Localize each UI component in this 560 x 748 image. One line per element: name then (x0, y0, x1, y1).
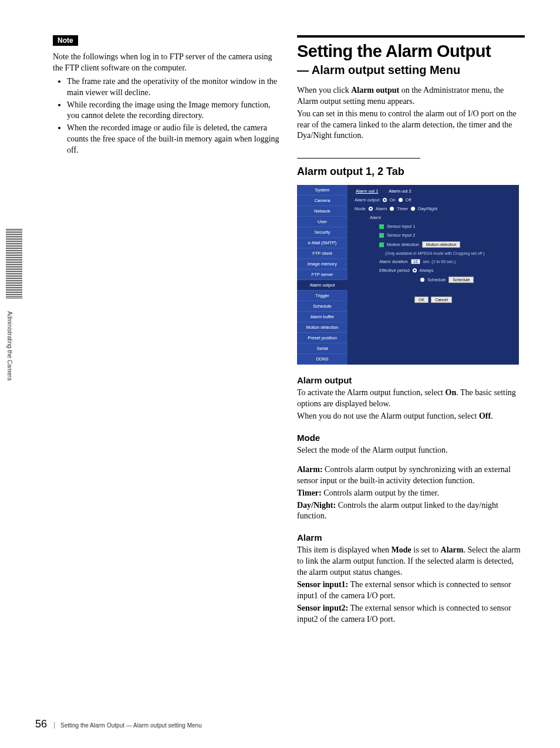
screenshot-sidebar-item: Network (297, 206, 348, 217)
alarm-heading: Alarm (297, 533, 525, 543)
screenshot-main: Alarm out 1 Alarm out 2 Alarm output On … (348, 185, 519, 365)
schedule-button: Schedule (448, 277, 474, 283)
note-bullet-list: The frame rate and the operativity of th… (53, 76, 281, 156)
screenshot-sidebar-item: Schedule (297, 301, 348, 312)
page-number: 56 (35, 718, 47, 730)
note-bullet: While recording the image using the Imag… (67, 100, 281, 122)
checkbox-icon (379, 242, 384, 247)
footer-text: Setting the Alarm Output — Alarm output … (54, 722, 202, 729)
screenshot-sidebar-item: Security (297, 227, 348, 238)
screenshot-sidebar-item: Alarm buffer (297, 312, 348, 322)
alarm-output-heading: Alarm output (297, 375, 525, 385)
screenshot-sidebar-item: Camera (297, 196, 348, 206)
margin-hatch-decoration (6, 229, 22, 298)
mode-def: Alarm: Controls alarm output by synchron… (297, 464, 525, 487)
alarm-output-para: To activate the Alarm output function, s… (297, 388, 525, 410)
alarm-def: Sensor input2: The external sensor which… (297, 603, 525, 625)
note-badge: Note (53, 35, 78, 46)
radio-icon (413, 268, 417, 272)
alarm-output-para: When you do not use the Alarm output fun… (297, 411, 525, 422)
checkbox-icon (379, 224, 384, 229)
screenshot-sidebar-item: FTP client (297, 248, 348, 259)
alarm-def: Sensor input1: The external sensor which… (297, 579, 525, 602)
radio-icon (420, 278, 424, 282)
ok-button: OK (414, 296, 429, 303)
checkbox-icon (379, 233, 384, 238)
radio-icon (390, 207, 394, 211)
intro-paragraph: When you click Alarm output on the Admin… (297, 85, 525, 107)
cancel-button: Cancel (431, 296, 452, 303)
note-bullet: When the recorded image or audio file is… (67, 123, 281, 156)
screenshot-sidebar-item: User (297, 217, 348, 227)
note-bullet: The frame rate and the operativity of th… (67, 76, 281, 99)
screenshot-sidebar-item: FTP server (297, 269, 348, 280)
note-intro: Note the followings when log in to FTP s… (53, 52, 281, 74)
screenshot-sidebar-item: e-Mail (SMTP) (297, 238, 348, 248)
screenshot-tab-alarm-out-2: Alarm out 2 (384, 187, 416, 196)
tab-section-heading: Alarm output 1, 2 Tab (297, 166, 525, 178)
screenshot-sidebar-item: Motion detection (297, 322, 348, 333)
screenshot-sidebar-item: Alarm output (297, 280, 348, 291)
radio-icon (369, 207, 373, 211)
screenshot-sidebar-item: Preset position (297, 333, 348, 343)
screenshot-sidebar: SystemCameraNetworkUserSecuritye-Mail (S… (297, 185, 348, 365)
duration-select: 10 (411, 259, 420, 264)
page-subtitle: — Alarm output setting Menu (297, 63, 525, 77)
screenshot-sidebar-item: Image memory (297, 259, 348, 269)
page-title: Setting the Alarm Output (297, 42, 525, 61)
page-footer: 56 Setting the Alarm Output — Alarm outp… (35, 718, 202, 730)
motion-detection-button: Motion detection (422, 241, 460, 248)
radio-icon (383, 198, 387, 202)
mode-def: Day/Night: Controls the alarm output lin… (297, 500, 525, 523)
mode-heading: Mode (297, 433, 525, 443)
screenshot-sidebar-item: DDNS (297, 354, 348, 365)
radio-icon (411, 207, 415, 211)
mode-para: Select the mode of the Alarm output func… (297, 445, 525, 456)
screenshot-sidebar-item: Serial (297, 343, 348, 354)
intro-paragraph: You can set in this menu to control the … (297, 109, 525, 142)
screenshot-tab-alarm-out-1: Alarm out 1 (351, 187, 383, 196)
alarm-para: This item is displayed when Mode is set … (297, 545, 525, 578)
alarm-output-screenshot: SystemCameraNetworkUserSecuritye-Mail (S… (297, 185, 519, 365)
screenshot-sidebar-item: System (297, 185, 348, 196)
radio-icon (399, 198, 403, 202)
screenshot-sidebar-item: Trigger (297, 291, 348, 301)
side-chapter-label: Administrating the Camera (6, 311, 13, 380)
mode-def: Timer: Controls alarm output by the time… (297, 488, 525, 499)
